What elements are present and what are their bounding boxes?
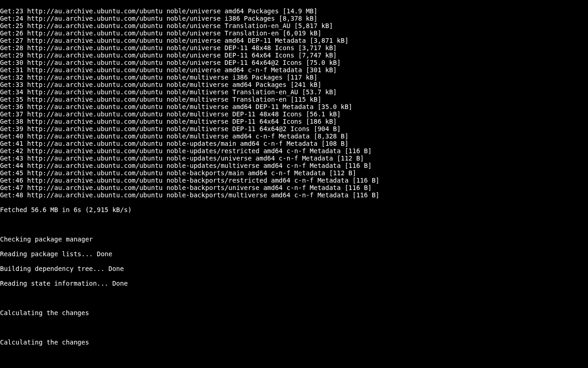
blank-line [0,221,588,228]
fetch-line: Get:37 http://au.archive.ubuntu.com/ubun… [0,110,588,118]
fetch-line: Get:42 http://au.archive.ubuntu.com/ubun… [0,147,588,155]
fetch-line: Get:24 http://au.archive.ubuntu.com/ubun… [0,15,588,22]
fetch-line: Get:39 http://au.archive.ubuntu.com/ubun… [0,125,588,132]
fetch-line: Get:48 http://au.archive.ubuntu.com/ubun… [0,191,588,199]
fetch-line: Get:36 http://au.archive.ubuntu.com/ubun… [0,103,588,110]
fetch-line: Get:43 http://au.archive.ubuntu.com/ubun… [0,155,588,162]
fetch-line: Get:34 http://au.archive.ubuntu.com/ubun… [0,88,588,96]
fetch-line: Get:26 http://au.archive.ubuntu.com/ubun… [0,29,588,37]
fetch-line: Get:31 http://au.archive.ubuntu.com/ubun… [0,66,588,74]
status-building-tree: Building dependency tree... Done [0,265,588,272]
fetch-line: Get:25 http://au.archive.ubuntu.com/ubun… [0,22,588,29]
blank-line [0,353,588,361]
status-reading-state: Reading state information... Done [0,280,588,287]
fetch-line: Get:29 http://au.archive.ubuntu.com/ubun… [0,52,588,59]
status-calculating: Calculating the changes [0,309,588,316]
fetch-line: Get:28 http://au.archive.ubuntu.com/ubun… [0,44,588,52]
fetch-line: Get:35 http://au.archive.ubuntu.com/ubun… [0,96,588,103]
fetch-line: Get:47 http://au.archive.ubuntu.com/ubun… [0,184,588,191]
terminal-output[interactable]: Get:23 http://au.archive.ubuntu.com/ubun… [0,0,588,368]
status-reading-lists: Reading package lists... Done [0,250,588,258]
fetched-summary: Fetched 56.6 MB in 6s (2,915 kB/s) [0,206,588,213]
fetch-line: Get:45 http://au.archive.ubuntu.com/ubun… [0,169,588,177]
fetch-line: Get:27 http://au.archive.ubuntu.com/ubun… [0,37,588,44]
fetch-line: Get:44 http://au.archive.ubuntu.com/ubun… [0,162,588,169]
status-checking: Checking package manager [0,236,588,243]
fetch-line: Get:30 http://au.archive.ubuntu.com/ubun… [0,59,588,66]
fetch-line: Get:38 http://au.archive.ubuntu.com/ubun… [0,118,588,125]
fetch-line: Get:33 http://au.archive.ubuntu.com/ubun… [0,81,588,88]
blank-line [0,294,588,302]
fetch-line: Get:32 http://au.archive.ubuntu.com/ubun… [0,74,588,81]
fetch-line: Get:40 http://au.archive.ubuntu.com/ubun… [0,132,588,140]
blank-line [0,324,588,331]
fetch-line: Get:41 http://au.archive.ubuntu.com/ubun… [0,140,588,147]
status-calculating: Calculating the changes [0,339,588,346]
fetch-line: Get:23 http://au.archive.ubuntu.com/ubun… [0,7,588,15]
fetch-line: Get:46 http://au.archive.ubuntu.com/ubun… [0,177,588,184]
